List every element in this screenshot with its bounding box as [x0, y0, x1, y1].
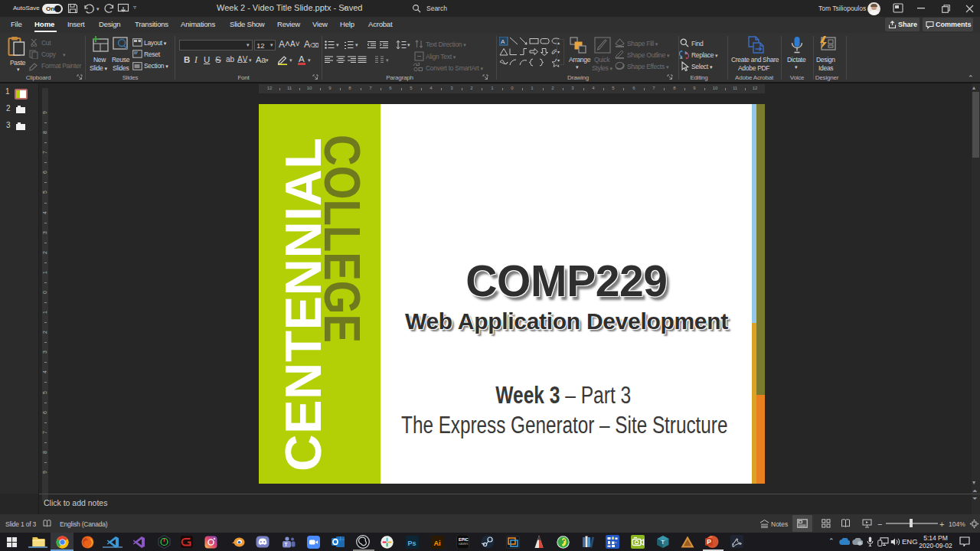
svg-text:a: a — [680, 55, 683, 60]
svg-text:T: T — [285, 542, 288, 547]
svg-text:T: T — [662, 540, 665, 545]
svg-text:EPIC: EPIC — [459, 537, 469, 542]
svg-text:GAMES: GAMES — [459, 543, 469, 546]
svg-text:A: A — [501, 38, 505, 45]
svg-text:P: P — [707, 538, 711, 546]
svg-text:Ps: Ps — [408, 540, 416, 547]
svg-text:Ai: Ai — [434, 540, 441, 547]
svg-text:b: b — [685, 51, 688, 55]
